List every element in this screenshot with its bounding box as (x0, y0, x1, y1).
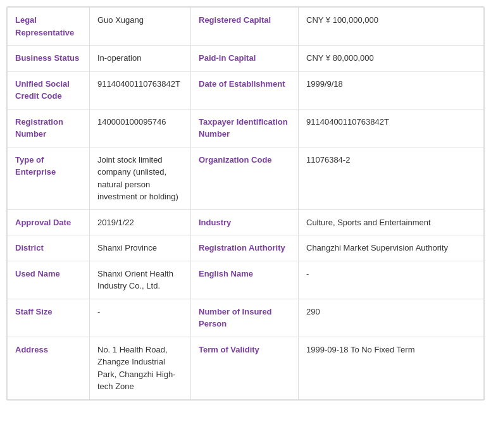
value-4-1: Joint stock limited company (unlisted, n… (90, 147, 191, 209)
value-5-2: Culture, Sports and Entertainment (299, 209, 484, 235)
label-3-1: Registration Number (8, 109, 90, 147)
company-info-table: Legal Representative Guo Xugang Register… (6, 6, 485, 401)
label-7-2: English Name (191, 261, 299, 299)
value-2-1: 91140400110763842T (90, 71, 191, 109)
label-9-2: Term of Validity (191, 337, 299, 399)
value-2-2: 1999/9/18 (299, 71, 484, 109)
value-7-2: - (299, 261, 484, 299)
value-0-2: CNY ¥ 100,000,000 (299, 8, 484, 46)
value-7-1: Shanxi Orient Health Industry Co., Ltd. (90, 261, 191, 299)
label-3-2: Taxpayer Identification Number (191, 109, 299, 147)
value-6-2: Changzhi Market Supervision Authority (299, 235, 484, 261)
value-8-1: - (90, 299, 191, 337)
label-8-1: Staff Size (8, 299, 90, 337)
value-9-2: 1999-09-18 To No Fixed Term (299, 337, 484, 399)
table-row: Legal Representative Guo Xugang Register… (8, 8, 484, 46)
label-9-1: Address (8, 337, 90, 399)
label-6-2: Registration Authority (191, 235, 299, 261)
table-row: Business Status In-operation Paid-in Cap… (8, 46, 484, 72)
label-4-2: Organization Code (191, 147, 299, 209)
label-1-2: Paid-in Capital (191, 46, 299, 72)
label-1-1: Business Status (8, 46, 90, 72)
label-6-1: District (8, 235, 90, 261)
value-0-1: Guo Xugang (90, 8, 191, 46)
table-row: Unified Social Credit Code 9114040011076… (8, 71, 484, 109)
value-4-2: 11076384-2 (299, 147, 484, 209)
value-6-1: Shanxi Province (90, 235, 191, 261)
value-5-1: 2019/1/22 (90, 209, 191, 235)
table-row: Used Name Shanxi Orient Health Industry … (8, 261, 484, 299)
table-row: Staff Size - Number of Insured Person 29… (8, 299, 484, 337)
table-row: Address No. 1 Health Road, Zhangze Indus… (8, 337, 484, 399)
value-8-2: 290 (299, 299, 484, 337)
label-0-2: Registered Capital (191, 8, 299, 46)
label-2-1: Unified Social Credit Code (8, 71, 90, 109)
label-7-1: Used Name (8, 261, 90, 299)
table-row: Approval Date 2019/1/22 Industry Culture… (8, 209, 484, 235)
label-0-1: Legal Representative (8, 8, 90, 46)
label-2-2: Date of Establishment (191, 71, 299, 109)
label-5-2: Industry (191, 209, 299, 235)
label-5-1: Approval Date (8, 209, 90, 235)
table-row: Type of Enterprise Joint stock limited c… (8, 147, 484, 209)
table-row: District Shanxi Province Registration Au… (8, 235, 484, 261)
value-3-1: 140000100095746 (90, 109, 191, 147)
table-row: Registration Number 140000100095746 Taxp… (8, 109, 484, 147)
value-1-2: CNY ¥ 80,000,000 (299, 46, 484, 72)
label-8-2: Number of Insured Person (191, 299, 299, 337)
label-4-1: Type of Enterprise (8, 147, 90, 209)
value-3-2: 91140400110763842T (299, 109, 484, 147)
value-1-1: In-operation (90, 46, 191, 72)
value-9-1: No. 1 Health Road, Zhangze Industrial Pa… (90, 337, 191, 399)
